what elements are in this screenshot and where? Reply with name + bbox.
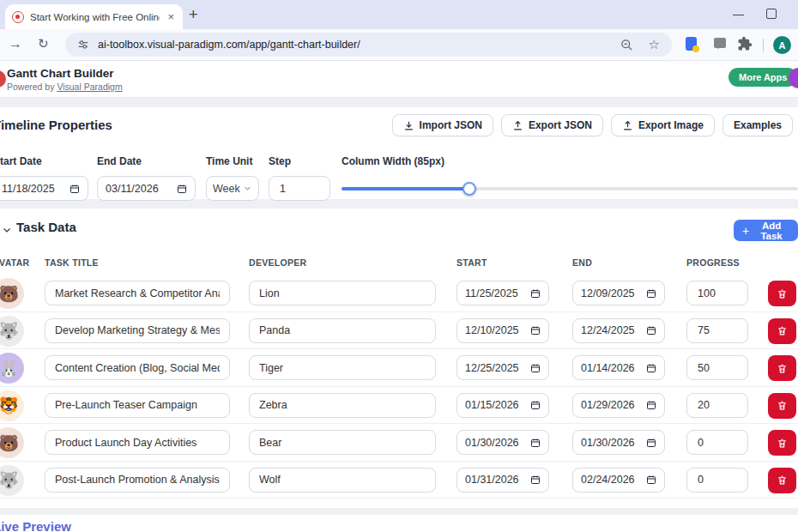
- task-end-date-input[interactable]: 01/14/2026: [572, 355, 665, 380]
- calendar-icon: [177, 184, 187, 194]
- task-data-heading: Task Data: [16, 220, 76, 234]
- progress-input[interactable]: [686, 393, 748, 418]
- avatar: 🐰: [0, 353, 24, 384]
- browser-profile-avatar[interactable]: A: [773, 36, 791, 54]
- task-end-date-input[interactable]: 12/09/2025: [572, 281, 665, 305]
- column-width-label: Column Width (85px): [342, 155, 444, 167]
- developer-input[interactable]: [249, 281, 436, 305]
- progress-input[interactable]: [686, 468, 748, 493]
- animal-avatar-icon: 🐺: [0, 321, 19, 341]
- table-header: AVATAR TASK TITLE DEVELOPER START END PR…: [0, 257, 798, 275]
- timeline-end-date-input[interactable]: 03/11/2026: [97, 176, 196, 201]
- task-end-date-input[interactable]: 01/29/2026: [572, 393, 665, 418]
- delete-task-button[interactable]: [768, 430, 796, 456]
- examples-button[interactable]: Examples: [722, 114, 793, 136]
- export-image-button[interactable]: Export Image: [611, 114, 715, 136]
- task-start-date-input[interactable]: 01/15/2026: [456, 393, 549, 418]
- chat-extension-icon[interactable]: [714, 38, 726, 48]
- task-title-input[interactable]: [45, 318, 230, 343]
- table-row: 🐺 12/10/2025 12/24/2025: [0, 312, 798, 350]
- extension-icon[interactable]: [686, 37, 697, 51]
- window-maximize-button[interactable]: [766, 9, 777, 19]
- window-minimize-button[interactable]: [733, 15, 744, 15]
- animal-avatar-icon: 🐰: [0, 359, 19, 378]
- table-row: 🐻 01/30/2026 01/30/2026: [0, 424, 798, 462]
- task-start-date-input[interactable]: 12/10/2025: [456, 318, 549, 343]
- more-apps-button[interactable]: More Apps: [728, 68, 797, 87]
- end-date-label: End Date: [97, 155, 142, 167]
- slider-thumb[interactable]: [462, 182, 476, 196]
- visual-paradigm-logo: [0, 70, 6, 88]
- task-start-date-input[interactable]: 11/25/2025: [456, 281, 549, 305]
- export-json-button[interactable]: Export JSON: [501, 114, 603, 136]
- task-title-input[interactable]: [45, 430, 230, 455]
- tab-title: Start Working with Free Online: [30, 12, 160, 22]
- task-end-date-input[interactable]: 02/24/2026: [572, 468, 665, 493]
- add-task-button[interactable]: + Add Task: [734, 220, 798, 241]
- column-header-avatar: AVATAR: [0, 257, 29, 268]
- import-json-button[interactable]: Import JSON: [392, 114, 493, 136]
- task-title-input[interactable]: [45, 281, 230, 305]
- zoom-out-icon[interactable]: [620, 39, 633, 51]
- task-start-date-input[interactable]: 01/30/2026: [456, 430, 549, 455]
- new-tab-button[interactable]: +: [189, 6, 198, 23]
- progress-input[interactable]: [686, 318, 748, 343]
- site-settings-icon[interactable]: [77, 39, 89, 51]
- avatar: 🐻: [0, 427, 24, 458]
- tab-close-icon[interactable]: ×: [166, 10, 176, 23]
- visual-paradigm-favicon: [12, 11, 24, 23]
- delete-task-button[interactable]: [768, 355, 796, 381]
- time-unit-select[interactable]: Week: [206, 176, 259, 201]
- forward-icon[interactable]: →: [9, 36, 22, 51]
- calendar-icon: [530, 363, 541, 373]
- task-title-input[interactable]: [45, 468, 230, 493]
- step-input[interactable]: [269, 176, 330, 201]
- reload-icon[interactable]: ↻: [38, 36, 49, 51]
- progress-input[interactable]: [686, 355, 748, 380]
- delete-task-button[interactable]: [768, 318, 796, 344]
- bookmark-star-icon[interactable]: ☆: [649, 37, 660, 52]
- calendar-icon: [646, 363, 656, 373]
- task-title-input[interactable]: [45, 393, 230, 418]
- live-preview-section: Live Preview: [0, 515, 798, 532]
- developer-input[interactable]: [249, 430, 436, 455]
- address-bar[interactable]: ai-toolbox.visual-paradigm.com/app/gantt…: [65, 33, 672, 57]
- app-title: Gantt Chart Builder: [7, 67, 114, 80]
- table-row: 🐺 01/31/2026 02/24/2026: [0, 462, 798, 499]
- developer-input[interactable]: [249, 355, 436, 380]
- task-end-date-input[interactable]: 01/30/2026: [572, 430, 665, 455]
- delete-task-button[interactable]: [768, 281, 796, 306]
- table-row: 🐻 11/25/2025 12/09/2025: [0, 275, 798, 312]
- delete-task-button[interactable]: [768, 468, 796, 493]
- browser-tab[interactable]: Start Working with Free Online ×: [5, 4, 183, 29]
- column-width-slider[interactable]: [342, 187, 798, 190]
- collapse-chevron-icon[interactable]: [2, 225, 12, 235]
- delete-task-button[interactable]: [768, 393, 796, 419]
- developer-input[interactable]: [249, 468, 436, 493]
- url-text[interactable]: ai-toolbox.visual-paradigm.com/app/gantt…: [98, 39, 360, 51]
- trash-icon: [777, 325, 788, 336]
- upload-icon: [622, 120, 633, 131]
- developer-input[interactable]: [249, 318, 436, 343]
- timeline-start-date-input[interactable]: 11/18/2025: [0, 176, 88, 201]
- toolbar-divider: [763, 39, 764, 51]
- calendar-icon: [646, 438, 656, 448]
- task-title-input[interactable]: [45, 355, 230, 380]
- trash-icon: [777, 363, 788, 374]
- progress-input[interactable]: [686, 281, 748, 305]
- developer-input[interactable]: [249, 393, 436, 418]
- task-start-date-input[interactable]: 01/31/2026: [456, 468, 549, 493]
- trash-icon: [777, 288, 788, 299]
- progress-input[interactable]: [686, 430, 748, 455]
- animal-avatar-icon: 🐻: [0, 284, 19, 304]
- calendar-icon: [530, 438, 541, 448]
- calendar-icon: [530, 400, 541, 410]
- browser-toolbar: → ↻ ai-toolbox.visual-paradigm.com/app/g…: [0, 29, 798, 61]
- screen: Start Working with Free Online × + → ↻ a…: [0, 0, 798, 532]
- live-preview-heading: Live Preview: [0, 519, 71, 532]
- powered-by: Powered by Visual Paradigm: [7, 82, 123, 92]
- extensions-puzzle-icon[interactable]: [737, 36, 753, 51]
- task-start-date-input[interactable]: 12/25/2025: [456, 355, 549, 380]
- visual-paradigm-link[interactable]: Visual Paradigm: [57, 82, 122, 92]
- task-end-date-input[interactable]: 12/24/2025: [572, 318, 665, 343]
